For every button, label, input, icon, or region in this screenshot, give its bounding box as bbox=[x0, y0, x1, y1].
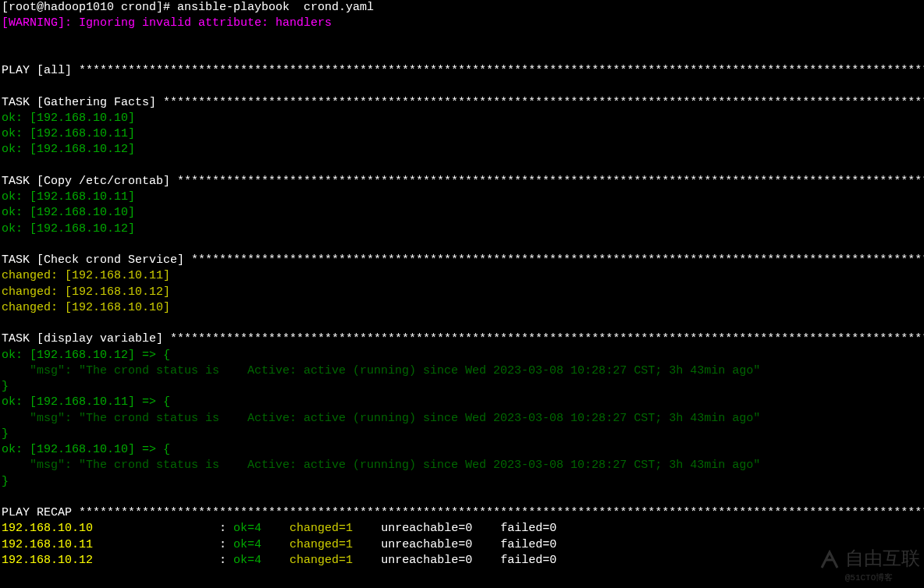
blank-line bbox=[2, 158, 922, 174]
recap-failed: failed=0 bbox=[500, 538, 556, 551]
divider: ****************************************… bbox=[191, 253, 924, 267]
task-result: ok: [192.168.10.10] bbox=[2, 205, 922, 221]
divider: ****************************************… bbox=[79, 64, 924, 77]
task-result: ok: [192.168.10.12] bbox=[2, 221, 922, 237]
terminal-output: [root@hadoop1010 crond]# ansible-playboo… bbox=[0, 0, 924, 569]
task-header-text: TASK [display variable] bbox=[2, 332, 170, 345]
watermark: 自由互联 @51CTO博客 bbox=[818, 547, 920, 584]
warning-line: [WARNING]: Ignoring invalid attribute: h… bbox=[2, 16, 922, 31]
divider: ****************************************… bbox=[163, 96, 924, 109]
recap-row: 192.168.10.12 : ok=4 changed=1 unreachab… bbox=[2, 553, 922, 569]
recap-failed: failed=0 bbox=[500, 554, 556, 567]
blank-line bbox=[2, 237, 922, 253]
debug-open: ok: [192.168.10.12] => { bbox=[2, 348, 922, 363]
debug-close: } bbox=[2, 379, 922, 395]
task-result: ok: [192.168.10.12] bbox=[2, 142, 922, 158]
recap-colon: : bbox=[212, 554, 233, 567]
task-header-text: TASK [Check crond Service] bbox=[2, 253, 191, 267]
watermark-subtext: @51CTO博客 bbox=[845, 572, 894, 584]
blank-line bbox=[2, 79, 922, 94]
task-header-text: TASK [Gathering Facts] bbox=[2, 96, 163, 109]
task-result: changed: [192.168.10.10] bbox=[2, 300, 922, 316]
task-result: ok: [192.168.10.10] bbox=[2, 111, 922, 126]
task-display-header: TASK [display variable] ****************… bbox=[2, 331, 922, 347]
recap-failed: failed=0 bbox=[500, 522, 556, 535]
task-header-text: TASK [Copy /etc/crontab] bbox=[2, 175, 177, 188]
blank-line bbox=[2, 490, 922, 505]
debug-msg: "msg": "The crond status is Active: acti… bbox=[2, 411, 922, 427]
recap-host: 192.168.10.10 bbox=[2, 522, 212, 535]
recap-ok: ok=4 bbox=[233, 522, 261, 535]
recap-colon: : bbox=[212, 522, 233, 535]
debug-open: ok: [192.168.10.10] => { bbox=[2, 442, 922, 458]
debug-msg: "msg": "The crond status is Active: acti… bbox=[2, 363, 922, 379]
recap-changed: changed=1 bbox=[290, 554, 353, 567]
recap-ok: ok=4 bbox=[233, 538, 261, 551]
command-text: ansible-playbook crond.yaml bbox=[177, 1, 374, 14]
recap-unreachable: unreachable=0 bbox=[381, 538, 472, 551]
divider: ****************************************… bbox=[170, 332, 924, 345]
task-result: changed: [192.168.10.12] bbox=[2, 285, 922, 300]
play-header-text: PLAY [all] bbox=[2, 64, 79, 77]
task-copy-header: TASK [Copy /etc/crontab] ***************… bbox=[2, 174, 922, 190]
debug-close: } bbox=[2, 427, 922, 442]
recap-unreachable: unreachable=0 bbox=[381, 554, 472, 567]
recap-unreachable: unreachable=0 bbox=[381, 522, 472, 535]
blank-line bbox=[2, 32, 922, 48]
task-result: changed: [192.168.10.11] bbox=[2, 268, 922, 284]
divider: ****************************************… bbox=[177, 175, 924, 188]
prompt-line: [root@hadoop1010 crond]# ansible-playboo… bbox=[2, 0, 922, 16]
recap-row: 192.168.10.11 : ok=4 changed=1 unreachab… bbox=[2, 537, 922, 553]
recap-colon: : bbox=[212, 538, 233, 551]
recap-host: 192.168.10.11 bbox=[2, 538, 212, 551]
task-result: ok: [192.168.10.11] bbox=[2, 126, 922, 142]
recap-row: 192.168.10.10 : ok=4 changed=1 unreachab… bbox=[2, 521, 922, 537]
play-header: PLAY [all] *****************************… bbox=[2, 63, 922, 79]
watermark-text: 自由互联 bbox=[845, 547, 920, 572]
debug-msg: "msg": "The crond status is Active: acti… bbox=[2, 458, 922, 473]
recap-ok: ok=4 bbox=[233, 554, 261, 567]
watermark-icon bbox=[818, 548, 841, 572]
recap-changed: changed=1 bbox=[290, 522, 353, 535]
debug-open: ok: [192.168.10.11] => { bbox=[2, 395, 922, 410]
blank-line bbox=[2, 48, 922, 63]
divider: ****************************************… bbox=[79, 506, 924, 519]
task-result: ok: [192.168.10.11] bbox=[2, 190, 922, 205]
recap-changed: changed=1 bbox=[290, 538, 353, 551]
task-check-header: TASK [Check crond Service] *************… bbox=[2, 253, 922, 268]
blank-line bbox=[2, 316, 922, 331]
shell-prompt: [root@hadoop1010 crond]# bbox=[2, 1, 177, 14]
debug-close: } bbox=[2, 474, 922, 490]
play-recap-header: PLAY RECAP *****************************… bbox=[2, 505, 922, 521]
recap-host: 192.168.10.12 bbox=[2, 554, 212, 567]
task-gathering-header: TASK [Gathering Facts] *****************… bbox=[2, 95, 922, 111]
recap-header-text: PLAY RECAP bbox=[2, 506, 79, 519]
